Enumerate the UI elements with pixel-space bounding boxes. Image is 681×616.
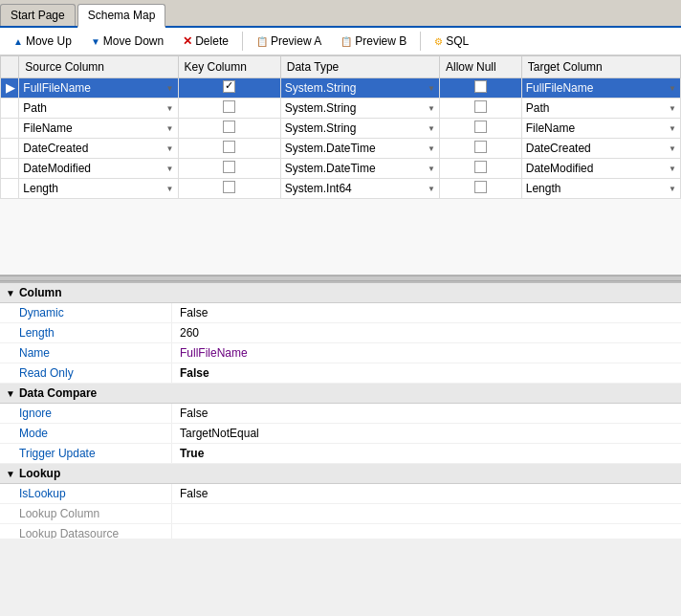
allownull-cell[interactable] bbox=[439, 159, 521, 179]
datatype-cell: System.DateTime▼ bbox=[280, 159, 439, 179]
datatype-cell: System.DateTime▼ bbox=[280, 139, 439, 159]
allownull-checkbox[interactable] bbox=[474, 100, 487, 113]
prop-section-column[interactable]: ▼Column bbox=[0, 283, 681, 303]
allownull-cell[interactable] bbox=[439, 139, 521, 159]
allownull-cell[interactable] bbox=[439, 99, 521, 119]
prop-value-label bbox=[172, 504, 681, 523]
toolbar: ▲ Move Up ▼ Move Down ✕ Delete 📋 Preview… bbox=[0, 28, 681, 55]
key-column-cell[interactable] bbox=[178, 119, 280, 139]
arrow-up-icon: ▲ bbox=[13, 36, 23, 47]
col-target: Target Column bbox=[521, 56, 680, 78]
prop-value-label bbox=[172, 524, 681, 539]
target-column-cell: DateCreated▼ bbox=[521, 139, 680, 159]
key-checkbox[interactable] bbox=[223, 161, 235, 173]
preview-b-button[interactable]: 📋 Preview B bbox=[333, 32, 414, 51]
chevron-icon: ▼ bbox=[6, 388, 15, 399]
table-row[interactable]: Path▼System.String▼Path▼ bbox=[1, 99, 681, 119]
prop-name-label: Read Only bbox=[0, 363, 172, 383]
allownull-checkbox[interactable] bbox=[474, 161, 487, 173]
key-column-cell[interactable] bbox=[178, 78, 280, 99]
allownull-cell[interactable] bbox=[439, 179, 521, 199]
section-label: Column bbox=[19, 286, 62, 299]
col-allownull: Allow Null bbox=[439, 56, 521, 78]
key-checkbox[interactable] bbox=[223, 181, 235, 193]
source-column-cell: DateModified▼ bbox=[19, 159, 178, 179]
row-arrow bbox=[1, 119, 19, 139]
row-arrow: ▶ bbox=[1, 78, 19, 99]
target-column-cell: FullFileName▼ bbox=[521, 78, 680, 99]
target-column-cell: Path▼ bbox=[521, 99, 680, 119]
key-checkbox[interactable] bbox=[223, 100, 235, 113]
prop-name-label: Dynamic bbox=[0, 303, 172, 322]
target-column-cell: DateModified▼ bbox=[521, 159, 680, 179]
table-row[interactable]: DateCreated▼System.DateTime▼DateCreated▼ bbox=[1, 139, 681, 159]
move-down-button[interactable]: ▼ Move Down bbox=[83, 32, 171, 51]
key-checkbox-checked[interactable] bbox=[223, 80, 235, 93]
key-column-cell[interactable] bbox=[178, 99, 280, 119]
key-checkbox[interactable] bbox=[223, 141, 235, 153]
prop-value-label: False bbox=[172, 303, 681, 322]
preview-a-icon: 📋 bbox=[256, 36, 268, 47]
delete-button[interactable]: ✕ Delete bbox=[175, 32, 236, 51]
prop-row: ModeTargetNotEqual bbox=[0, 424, 681, 444]
preview-b-icon: 📋 bbox=[340, 36, 352, 47]
prop-value-label: True bbox=[172, 444, 681, 463]
col-arrow bbox=[1, 56, 19, 78]
target-column-cell: Length▼ bbox=[521, 179, 680, 199]
allownull-checkbox[interactable] bbox=[474, 181, 487, 193]
allownull-checkbox[interactable] bbox=[474, 121, 487, 133]
row-arrow bbox=[1, 99, 19, 119]
section-label: Data Compare bbox=[19, 386, 97, 400]
col-source: Source Column bbox=[19, 56, 178, 78]
col-key: Key Column bbox=[178, 56, 280, 78]
key-checkbox[interactable] bbox=[223, 121, 235, 133]
prop-section-data-compare[interactable]: ▼Data Compare bbox=[0, 384, 681, 404]
allownull-cell[interactable] bbox=[439, 78, 521, 99]
move-up-button[interactable]: ▲ Move Up bbox=[6, 32, 79, 51]
section-label: Lookup bbox=[19, 467, 60, 480]
table-row[interactable]: ▶FullFileName▼System.String▼FullFileName… bbox=[1, 78, 681, 99]
properties-panel: ▼ColumnDynamicFalseLength260NameFullFile… bbox=[0, 281, 681, 539]
source-column-cell: Path▼ bbox=[19, 99, 178, 119]
prop-row: Trigger UpdateTrue bbox=[0, 444, 681, 464]
tab-schema-map[interactable]: Schema Map bbox=[77, 4, 166, 28]
source-column-cell: Length▼ bbox=[19, 179, 178, 199]
row-arrow bbox=[1, 139, 19, 159]
datatype-cell: System.String▼ bbox=[280, 99, 439, 119]
allownull-checkbox[interactable] bbox=[474, 80, 487, 93]
key-column-cell[interactable] bbox=[178, 159, 280, 179]
separator-1 bbox=[242, 32, 243, 51]
allownull-cell[interactable] bbox=[439, 119, 521, 139]
chevron-icon: ▼ bbox=[6, 469, 15, 479]
prop-value-label: FullFileName bbox=[172, 343, 681, 363]
prop-row: Lookup Column bbox=[0, 504, 681, 524]
row-arrow bbox=[1, 159, 19, 179]
prop-value-label: False bbox=[172, 363, 681, 383]
table-row[interactable]: Length▼System.Int64▼Length▼ bbox=[1, 179, 681, 199]
prop-section-lookup[interactable]: ▼Lookup bbox=[0, 464, 681, 484]
prop-value-label: False bbox=[172, 484, 681, 503]
preview-a-button[interactable]: 📋 Preview A bbox=[249, 32, 329, 51]
table-row[interactable]: FileName▼System.String▼FileName▼ bbox=[1, 119, 681, 139]
prop-name-label: IsLookup bbox=[0, 484, 172, 503]
prop-name-label: Lookup Datasource bbox=[0, 524, 172, 539]
sql-button[interactable]: ⚙ SQL bbox=[427, 32, 476, 51]
sql-icon: ⚙ bbox=[434, 36, 443, 47]
tab-start-page[interactable]: Start Page bbox=[0, 4, 76, 26]
allownull-checkbox[interactable] bbox=[474, 141, 487, 153]
delete-icon: ✕ bbox=[183, 34, 192, 48]
datatype-cell: System.Int64▼ bbox=[280, 179, 439, 199]
prop-name-label: Trigger Update bbox=[0, 444, 172, 463]
tab-bar: Start Page Schema Map bbox=[0, 0, 681, 28]
prop-value-label: False bbox=[172, 404, 681, 423]
prop-name-label: Lookup Column bbox=[0, 504, 172, 523]
key-column-cell[interactable] bbox=[178, 179, 280, 199]
prop-row: DynamicFalse bbox=[0, 303, 681, 323]
datatype-cell: System.String▼ bbox=[280, 78, 439, 99]
prop-row: Length260 bbox=[0, 323, 681, 343]
prop-row: IgnoreFalse bbox=[0, 404, 681, 424]
target-column-cell: FileName▼ bbox=[521, 119, 680, 139]
empty-table-area bbox=[0, 199, 681, 275]
key-column-cell[interactable] bbox=[178, 139, 280, 159]
table-row[interactable]: DateModified▼System.DateTime▼DateModifie… bbox=[1, 159, 681, 179]
